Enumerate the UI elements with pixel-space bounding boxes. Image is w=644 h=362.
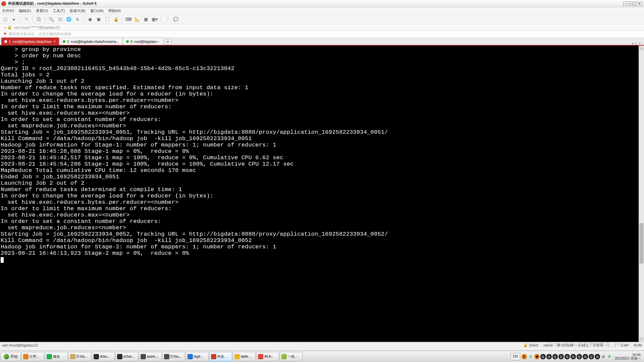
search-icon[interactable]: 🔍 [48,16,55,23]
tray-icons: ⛨ ◉ Q Q Q Q Q Q Q Q Q Q ▣ ❀ [528,354,612,359]
tab-session-2[interactable]: 2 root@bigdata:/data/lvmama... [60,38,122,45]
tray-qq-icon[interactable]: Q [583,354,588,359]
minimize-button[interactable]: — [623,1,629,6]
menubar: 文件(F) 编辑(E) 查看(V) 工具(T) 选项卡(B) 窗口(W) 帮助(… [0,7,644,15]
taskbar-item-label: D:\ha... [76,355,87,358]
terminal-line: In order to limit the maximum number of … [1,104,643,110]
tray-qq-icon[interactable]: Q [546,354,552,359]
tray-qq-icon[interactable]: Q [595,354,600,359]
taskbar-item[interactable]: 计算... [21,352,44,361]
font-icon[interactable]: A [74,16,81,23]
taskbar-item[interactable]: bigd... [186,352,209,361]
tray-qq-icon[interactable]: Q [552,354,558,359]
tab-number: 1 [9,40,11,44]
tab-next-icon[interactable]: ▸ [635,41,638,45]
expand-icon[interactable]: ⛶ [104,16,111,23]
scroll-down-icon[interactable]: ▾ [639,337,644,342]
lock-icon[interactable]: 🔒 [113,16,119,23]
globe-icon[interactable]: 🌐 [65,16,72,23]
toolbar: ▢ ▸ ✎ ⿻ 🔍 🗀 🌐 A ◉ ▣ ⛶ 🔒 ⌨ 📐 ▦ ▦▾ ❔ 💬 [0,15,644,24]
menu-help[interactable]: 帮助(H) [108,8,121,13]
app-icon [117,354,122,359]
taskbar-item-label: bigd... [194,355,203,358]
menu-tab[interactable]: 选项卡(B) [69,8,86,13]
tray-qq-icon[interactable]: Q [565,354,570,359]
tab-session-3[interactable]: 3 root@bigdata:~ [123,38,163,45]
taskbar-item-label: All A... [264,355,274,358]
help-icon[interactable]: ❔ [164,16,170,23]
tray-qq-icon[interactable]: Q [589,354,594,359]
menu-tools[interactable]: 工具(T) [53,8,65,13]
scrollbar[interactable]: ▴ ▾ [639,46,644,342]
tab-prev-icon[interactable]: ◂ [631,41,634,45]
taskbar-item[interactable]: echar... [115,352,138,361]
terminal-line: Total jobs = 2 [1,72,643,78]
taskbar-item[interactable]: D:\ha... [68,352,91,361]
close-icon[interactable]: ✕ [53,40,56,43]
taskbar-item-label: 一笑... [288,354,297,359]
terminal-line: Starting Job = job_1692582233934_0052, T… [1,231,643,237]
flag-icon[interactable]: ⚑ [3,32,7,36]
arrow-icon[interactable]: ▸ [3,24,7,31]
system-tray: CH S ⛨ ◉ Q Q Q Q Q Q Q Q Q Q ▣ ❀ 16:46 2… [511,353,643,360]
taskbar-item[interactable]: All A... [256,352,279,361]
tab-list-icon[interactable]: ▾ [638,41,641,45]
terminal[interactable]: > group by province > order by num desc … [0,46,644,342]
record-icon[interactable]: ▣ [95,16,102,23]
maximize-button[interactable]: ▢ [630,1,636,6]
titlebar: 毕设测试虚拟机 - root@bigdata:/data/hive - Xshe… [0,0,644,7]
tab-nav: ◂ ▸ ▾ [631,41,643,45]
terminal-line: > group by province [1,46,643,53]
hint-text: 要添加当前会话，点击左侧的箭头按钮。 [9,32,75,37]
tray-qq-icon[interactable]: Q [577,354,582,359]
taskbar-item[interactable]: 微信 [45,352,68,361]
app-icon [70,354,75,359]
address-text[interactable]: ssh://root:******@bigdata:22 [14,25,60,29]
terminal-line: set hive.exec.reducers.bytes.per.reducer… [1,199,643,205]
tray-shield-icon[interactable]: ⛨ [528,354,534,359]
ruler-icon[interactable]: 📐 [134,16,141,23]
new-session-icon[interactable]: ▢ [2,16,9,23]
chat-icon[interactable]: 💬 [172,16,179,23]
lang-indicator[interactable]: CH [511,353,520,360]
start-button[interactable]: 开始 [1,352,21,361]
menu-window[interactable]: 窗口(W) [90,8,104,13]
grid-icon[interactable]: ▦ [143,16,149,23]
terminal-line: In order to set a constant number of red… [1,116,643,123]
terminal-line: 2023-08-21 16:46:13,923 Stage-2 map = 0%… [1,250,643,256]
copy-icon[interactable]: ⿻ [36,16,42,23]
add-tab-button[interactable]: + [165,39,171,45]
grid2-icon[interactable]: ▦▾ [151,16,158,23]
scroll-up-icon[interactable]: ▴ [639,46,644,51]
tray-leaf-icon[interactable]: ❀ [607,354,612,359]
tray-qq-icon[interactable]: Q [558,354,564,359]
tab-session-1[interactable]: 1 root@bigdata:/data/hive ✕ [1,38,59,45]
tray-qq-icon[interactable]: Q [571,354,576,359]
taskbar-item[interactable]: D:\ha... [162,352,185,361]
status-up-icon: ↑ [608,343,610,347]
close-button[interactable]: ✕ [637,1,643,6]
scroll-thumb[interactable] [640,223,643,263]
tray-box-icon[interactable]: ▣ [601,354,606,359]
clock-date: 2023/8/21 星期一 [615,357,641,360]
brush-icon[interactable]: ✎ [23,16,30,23]
circle-icon[interactable]: ◉ [87,16,93,23]
taskbar-item[interactable]: driss... [92,352,115,361]
taskbar-item[interactable]: 一笑... [280,352,303,361]
tray-app-icon[interactable]: ◉ [534,354,540,359]
tray-clock[interactable]: 16:46 2023/8/21 星期一 [613,353,642,360]
open-icon[interactable]: ▸ [11,16,17,23]
menu-file[interactable]: 文件(F) [2,8,14,13]
taskbar-item[interactable]: table... [233,352,256,361]
tray-icon[interactable]: S [522,354,527,359]
folder-icon[interactable]: 🗀 [57,16,63,23]
terminal-line: Starting Job = job_1692582233934_0051, T… [1,129,643,135]
tray-qq-icon[interactable]: Q [540,354,546,359]
taskbar-item[interactable]: 毕设... [209,352,232,361]
menu-edit[interactable]: 编辑(E) [19,8,31,13]
taskbar: 开始 计算...微信D:\ha...driss...echar...spark.… [0,351,644,362]
taskbar-item[interactable]: spark... [139,352,162,361]
separator [20,16,20,22]
menu-view[interactable]: 查看(V) [36,8,48,13]
keyboard-icon[interactable]: ⌨ [125,16,132,23]
